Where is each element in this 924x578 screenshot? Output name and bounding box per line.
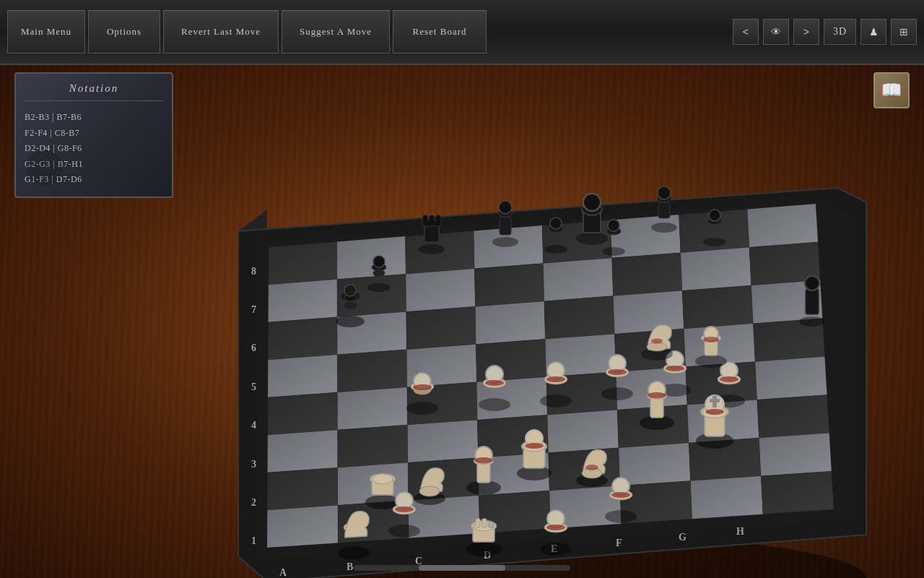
svg-marker-54 <box>619 443 691 486</box>
svg-marker-15 <box>681 247 751 290</box>
main-menu-button[interactable]: Main Menu <box>7 10 85 53</box>
svg-point-180 <box>395 506 414 512</box>
svg-marker-63 <box>690 476 762 519</box>
svg-text:7: 7 <box>251 304 256 315</box>
svg-point-136 <box>608 369 627 375</box>
svg-text:G: G <box>679 532 687 543</box>
board-grid-button[interactable]: ⊞ <box>891 19 917 45</box>
suggest-move-button[interactable]: Suggest a Move <box>282 10 390 53</box>
svg-text:1: 1 <box>251 535 256 546</box>
svg-marker-14 <box>612 253 682 296</box>
svg-marker-57 <box>267 505 338 548</box>
svg-point-164 <box>720 376 738 382</box>
reset-board-button[interactable]: Reset Board <box>393 10 487 53</box>
chess-board-svg: // Generate chess board squares 8 7 6 5 … <box>130 87 888 578</box>
svg-marker-17 <box>268 317 337 360</box>
grid-icon: ⊞ <box>899 26 908 38</box>
svg-point-177 <box>388 525 420 538</box>
svg-point-132 <box>546 376 565 382</box>
scrollbar[interactable] <box>354 565 570 571</box>
notation-move-2: F2-F4 | C8-B7 <box>25 126 163 142</box>
svg-point-83 <box>343 301 357 310</box>
svg-marker-22 <box>613 290 684 334</box>
svg-point-195 <box>605 510 637 523</box>
toolbar-right-controls: < 👁 > 3D ♟ ⊞ <box>733 19 917 45</box>
svg-point-194 <box>705 409 724 415</box>
svg-point-199 <box>695 355 727 368</box>
svg-marker-42 <box>338 425 408 467</box>
svg-point-205 <box>647 342 667 351</box>
svg-marker-40 <box>755 357 827 400</box>
svg-rect-118 <box>806 289 819 314</box>
book-icon: 📖 <box>881 80 902 100</box>
svg-text:4: 4 <box>251 420 256 431</box>
svg-marker-56 <box>759 433 831 476</box>
main-area: 📖 Notation B2-B3 | B7-B6 F2-F4 | C8-B7 D… <box>0 65 924 578</box>
svg-marker-23 <box>682 285 753 329</box>
svg-marker-45 <box>547 410 619 452</box>
svg-point-170 <box>466 542 501 556</box>
svg-point-117 <box>799 316 825 327</box>
svg-marker-34 <box>337 387 407 430</box>
options-button[interactable]: Options <box>88 10 160 53</box>
camera-button[interactable]: 👁 <box>763 19 789 45</box>
svg-point-128 <box>485 380 504 386</box>
book-button[interactable]: 📖 <box>873 72 910 108</box>
svg-point-140 <box>372 474 393 484</box>
svg-point-120 <box>406 402 438 415</box>
notation-moves: B2-B3 | B7-B6 F2-F4 | C8-B7 D2-D4 | G8-F… <box>25 110 163 188</box>
svg-marker-41 <box>268 430 338 473</box>
svg-marker-8 <box>747 204 818 247</box>
svg-marker-1 <box>269 242 337 285</box>
view-3d-button[interactable]: 3D <box>824 19 856 45</box>
svg-rect-174 <box>476 519 480 527</box>
svg-point-89 <box>499 201 512 214</box>
svg-rect-143 <box>477 462 490 483</box>
svg-point-129 <box>540 394 572 407</box>
notation-title: Notation <box>25 82 163 101</box>
chess-board-area[interactable]: // Generate chess board squares 8 7 6 5 … <box>130 87 888 578</box>
notation-panel: Notation B2-B3 | B7-B6 F2-F4 | C8-B7 D2-… <box>14 72 173 198</box>
svg-point-103 <box>658 186 671 199</box>
svg-point-206 <box>651 339 663 344</box>
svg-marker-49 <box>267 467 338 510</box>
svg-point-147 <box>419 486 440 496</box>
svg-point-113 <box>608 220 619 231</box>
svg-marker-12 <box>474 263 544 306</box>
svg-text:5: 5 <box>251 381 256 392</box>
svg-text:3: 3 <box>251 459 256 470</box>
prev-button[interactable]: < <box>733 19 759 45</box>
svg-point-106 <box>373 269 385 277</box>
svg-text:A: A <box>279 567 287 578</box>
svg-rect-167 <box>650 397 663 418</box>
svg-point-186 <box>546 525 565 530</box>
svg-point-116 <box>709 210 720 221</box>
svg-rect-88 <box>500 217 511 235</box>
svg-rect-98 <box>430 215 434 223</box>
next-button[interactable]: > <box>793 19 819 45</box>
svg-point-145 <box>474 457 493 463</box>
svg-marker-13 <box>543 258 613 301</box>
svg-rect-97 <box>423 215 427 223</box>
svg-text:8: 8 <box>251 266 256 277</box>
svg-point-198 <box>611 492 630 498</box>
svg-marker-2 <box>337 236 406 280</box>
svg-point-110 <box>550 217 562 229</box>
svg-marker-20 <box>475 301 545 345</box>
svg-point-86 <box>492 237 518 247</box>
revert-last-move-button[interactable]: Revert Last Move <box>163 10 279 53</box>
chess-piece-icon: ♟ <box>869 26 879 38</box>
piece-view-button[interactable]: ♟ <box>860 19 886 45</box>
svg-point-94 <box>419 244 445 254</box>
svg-point-124 <box>413 384 432 390</box>
svg-text:6: 6 <box>251 342 256 353</box>
svg-marker-48 <box>757 394 829 438</box>
toolbar: Main Menu Options Revert Last Move Sugge… <box>0 0 924 65</box>
svg-marker-64 <box>761 471 834 514</box>
scrollbar-thumb[interactable] <box>419 565 505 571</box>
svg-point-181 <box>338 546 370 559</box>
svg-point-183 <box>540 543 572 556</box>
svg-point-153 <box>525 443 544 449</box>
notation-move-4: G2-G3 | B7-H1 <box>25 157 163 173</box>
svg-marker-21 <box>544 296 614 340</box>
